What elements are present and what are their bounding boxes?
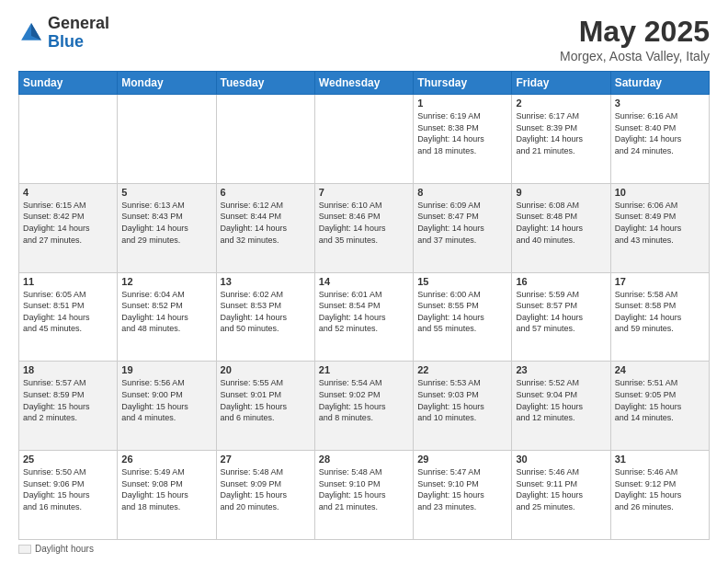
day-number: 20 — [221, 364, 311, 375]
day-info: Sunrise: 6:19 AM Sunset: 8:38 PM Dayligh… — [417, 110, 507, 156]
daylight-label: Daylight hours — [35, 544, 94, 554]
day-number: 23 — [516, 364, 606, 375]
calendar-cell: 21Sunrise: 5:54 AM Sunset: 9:02 PM Dayli… — [314, 362, 413, 451]
day-number: 21 — [319, 364, 409, 375]
logo-blue-text: Blue — [48, 32, 84, 51]
location: Morgex, Aosta Valley, Italy — [560, 49, 710, 63]
day-number: 6 — [221, 187, 311, 198]
logo: General Blue — [18, 15, 109, 52]
day-number: 13 — [221, 276, 311, 287]
calendar-cell: 24Sunrise: 5:51 AM Sunset: 9:05 PM Dayli… — [610, 362, 709, 451]
day-info: Sunrise: 6:00 AM Sunset: 8:55 PM Dayligh… — [417, 289, 507, 335]
day-info: Sunrise: 6:09 AM Sunset: 8:47 PM Dayligh… — [417, 200, 507, 246]
legend-box — [18, 545, 31, 554]
calendar-header-wednesday: Wednesday — [314, 72, 413, 95]
day-number: 9 — [516, 187, 606, 198]
day-info: Sunrise: 5:46 AM Sunset: 9:11 PM Dayligh… — [516, 466, 606, 512]
calendar-cell: 2Sunrise: 6:17 AM Sunset: 8:39 PM Daylig… — [512, 95, 610, 184]
calendar-cell — [118, 95, 216, 184]
day-number: 2 — [516, 98, 606, 109]
day-info: Sunrise: 6:12 AM Sunset: 8:44 PM Dayligh… — [221, 200, 311, 246]
day-number: 10 — [615, 187, 705, 198]
day-number: 22 — [417, 364, 507, 375]
calendar-cell: 27Sunrise: 5:48 AM Sunset: 9:09 PM Dayli… — [216, 451, 314, 540]
header: General Blue May 2025 Morgex, Aosta Vall… — [18, 15, 710, 63]
calendar-cell: 28Sunrise: 5:48 AM Sunset: 9:10 PM Dayli… — [314, 451, 413, 540]
calendar-cell: 25Sunrise: 5:50 AM Sunset: 9:06 PM Dayli… — [19, 451, 118, 540]
day-number: 27 — [221, 454, 311, 465]
day-info: Sunrise: 6:01 AM Sunset: 8:54 PM Dayligh… — [319, 289, 409, 335]
day-number: 4 — [23, 187, 113, 198]
day-number: 5 — [121, 187, 211, 198]
calendar-cell: 14Sunrise: 6:01 AM Sunset: 8:54 PM Dayli… — [314, 272, 413, 362]
day-info: Sunrise: 6:10 AM Sunset: 8:46 PM Dayligh… — [319, 200, 409, 246]
calendar-header-friday: Friday — [512, 72, 610, 95]
day-number: 1 — [417, 98, 507, 109]
day-info: Sunrise: 5:46 AM Sunset: 9:12 PM Dayligh… — [615, 466, 705, 512]
calendar-cell: 29Sunrise: 5:47 AM Sunset: 9:10 PM Dayli… — [414, 451, 512, 540]
calendar-week-1: 1Sunrise: 6:19 AM Sunset: 8:38 PM Daylig… — [19, 95, 710, 184]
calendar-header-sunday: Sunday — [19, 72, 118, 95]
day-info: Sunrise: 5:55 AM Sunset: 9:01 PM Dayligh… — [221, 377, 311, 423]
calendar-cell: 10Sunrise: 6:06 AM Sunset: 8:49 PM Dayli… — [610, 183, 709, 272]
calendar-header-row: SundayMondayTuesdayWednesdayThursdayFrid… — [19, 72, 710, 95]
calendar-cell: 18Sunrise: 5:57 AM Sunset: 8:59 PM Dayli… — [19, 362, 118, 451]
day-info: Sunrise: 6:13 AM Sunset: 8:43 PM Dayligh… — [121, 200, 211, 246]
calendar-cell — [19, 95, 118, 184]
day-info: Sunrise: 5:54 AM Sunset: 9:02 PM Dayligh… — [319, 377, 409, 423]
day-number: 31 — [615, 454, 705, 465]
calendar-cell: 17Sunrise: 5:58 AM Sunset: 8:58 PM Dayli… — [610, 272, 709, 362]
calendar-cell: 7Sunrise: 6:10 AM Sunset: 8:46 PM Daylig… — [314, 183, 413, 272]
calendar-cell: 31Sunrise: 5:46 AM Sunset: 9:12 PM Dayli… — [610, 451, 709, 540]
calendar-cell: 30Sunrise: 5:46 AM Sunset: 9:11 PM Dayli… — [512, 451, 610, 540]
day-number: 8 — [417, 187, 507, 198]
calendar-cell: 1Sunrise: 6:19 AM Sunset: 8:38 PM Daylig… — [414, 95, 512, 184]
day-info: Sunrise: 6:04 AM Sunset: 8:52 PM Dayligh… — [121, 289, 211, 335]
day-info: Sunrise: 6:05 AM Sunset: 8:51 PM Dayligh… — [23, 289, 113, 335]
calendar-cell: 19Sunrise: 5:56 AM Sunset: 9:00 PM Dayli… — [118, 362, 216, 451]
calendar-cell: 13Sunrise: 6:02 AM Sunset: 8:53 PM Dayli… — [216, 272, 314, 362]
day-info: Sunrise: 5:59 AM Sunset: 8:57 PM Dayligh… — [516, 289, 606, 335]
calendar-cell: 23Sunrise: 5:52 AM Sunset: 9:04 PM Dayli… — [512, 362, 610, 451]
page: General Blue May 2025 Morgex, Aosta Vall… — [0, 0, 728, 563]
calendar-week-3: 11Sunrise: 6:05 AM Sunset: 8:51 PM Dayli… — [19, 272, 710, 362]
day-number: 11 — [23, 276, 113, 287]
day-info: Sunrise: 5:48 AM Sunset: 9:10 PM Dayligh… — [319, 466, 409, 512]
day-number: 29 — [417, 454, 507, 465]
day-number: 3 — [615, 98, 705, 109]
day-info: Sunrise: 6:06 AM Sunset: 8:49 PM Dayligh… — [615, 200, 705, 246]
calendar-cell: 15Sunrise: 6:00 AM Sunset: 8:55 PM Dayli… — [414, 272, 512, 362]
calendar-week-2: 4Sunrise: 6:15 AM Sunset: 8:42 PM Daylig… — [19, 183, 710, 272]
calendar-header-monday: Monday — [118, 72, 216, 95]
calendar-header-thursday: Thursday — [414, 72, 512, 95]
calendar-cell: 26Sunrise: 5:49 AM Sunset: 9:08 PM Dayli… — [118, 451, 216, 540]
calendar-header-saturday: Saturday — [610, 72, 709, 95]
day-info: Sunrise: 6:08 AM Sunset: 8:48 PM Dayligh… — [516, 200, 606, 246]
calendar-cell: 4Sunrise: 6:15 AM Sunset: 8:42 PM Daylig… — [19, 183, 118, 272]
logo-icon — [18, 20, 44, 46]
day-info: Sunrise: 5:52 AM Sunset: 9:04 PM Dayligh… — [516, 377, 606, 423]
calendar-cell: 12Sunrise: 6:04 AM Sunset: 8:52 PM Dayli… — [118, 272, 216, 362]
calendar-cell: 22Sunrise: 5:53 AM Sunset: 9:03 PM Dayli… — [414, 362, 512, 451]
calendar-cell: 16Sunrise: 5:59 AM Sunset: 8:57 PM Dayli… — [512, 272, 610, 362]
day-number: 28 — [319, 454, 409, 465]
day-number: 14 — [319, 276, 409, 287]
day-number: 25 — [23, 454, 113, 465]
day-info: Sunrise: 6:02 AM Sunset: 8:53 PM Dayligh… — [221, 289, 311, 335]
day-number: 26 — [121, 454, 211, 465]
day-info: Sunrise: 5:57 AM Sunset: 8:59 PM Dayligh… — [23, 377, 113, 423]
calendar-cell: 9Sunrise: 6:08 AM Sunset: 8:48 PM Daylig… — [512, 183, 610, 272]
calendar-cell: 5Sunrise: 6:13 AM Sunset: 8:43 PM Daylig… — [118, 183, 216, 272]
day-number: 24 — [615, 364, 705, 375]
footer-legend: Daylight hours — [18, 544, 710, 554]
day-number: 30 — [516, 454, 606, 465]
calendar-cell: 11Sunrise: 6:05 AM Sunset: 8:51 PM Dayli… — [19, 272, 118, 362]
calendar-cell — [216, 95, 314, 184]
calendar-cell: 3Sunrise: 6:16 AM Sunset: 8:40 PM Daylig… — [610, 95, 709, 184]
calendar-header-tuesday: Tuesday — [216, 72, 314, 95]
day-info: Sunrise: 5:58 AM Sunset: 8:58 PM Dayligh… — [615, 289, 705, 335]
calendar-table: SundayMondayTuesdayWednesdayThursdayFrid… — [18, 71, 710, 540]
day-info: Sunrise: 5:47 AM Sunset: 9:10 PM Dayligh… — [417, 466, 507, 512]
day-number: 18 — [23, 364, 113, 375]
day-number: 19 — [121, 364, 211, 375]
